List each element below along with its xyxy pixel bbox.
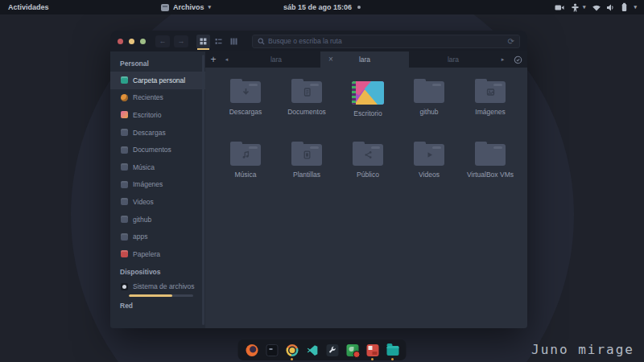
sidebar-item-label: Descargas xyxy=(133,129,166,137)
sidebar-item-carpeta-personal[interactable]: Carpeta personal xyxy=(110,72,205,89)
sidebar-item-label: Sistema de archivos xyxy=(133,282,195,290)
file-label: Música xyxy=(235,171,257,179)
activities-button[interactable]: Actividades xyxy=(8,3,49,11)
file-escritorio[interactable]: Escritorio xyxy=(337,76,398,138)
folder-images-icon xyxy=(475,81,506,103)
tab-lara-3[interactable]: lara xyxy=(409,51,497,68)
top-bar: Actividades Archivos ▾ sáb 15 de ago 15:… xyxy=(0,0,644,14)
column-view-icon xyxy=(230,38,237,45)
file-imagenes[interactable]: Imágenes xyxy=(460,76,521,138)
dock-terminal-icon[interactable] xyxy=(266,343,279,356)
sidebar-item-escritorio[interactable]: Escritorio xyxy=(110,106,205,124)
folder-documents-icon xyxy=(291,81,322,103)
accessibility-icon xyxy=(571,3,580,12)
content-pane: + ◂ lara × lara lara ▸ xyxy=(205,51,527,328)
sidebar-item-label: Carpeta personal xyxy=(133,76,185,84)
back-button[interactable]: ← xyxy=(155,35,170,47)
desktop-icon xyxy=(121,111,128,118)
file-github[interactable]: github xyxy=(398,76,460,138)
clock-button[interactable]: sáb 15 de ago 15:06 xyxy=(283,3,361,11)
folder-icon xyxy=(121,181,128,188)
tab-lara-2-active[interactable]: × lara xyxy=(320,51,409,68)
new-tab-button[interactable]: + xyxy=(205,51,221,68)
app-menu-button[interactable]: Archivos ▾ xyxy=(161,3,211,11)
dock-firefox-icon[interactable] xyxy=(246,343,258,356)
forward-button[interactable]: → xyxy=(174,35,188,47)
clock-label: sáb 15 de ago 15:06 xyxy=(283,3,352,11)
sidebar-item-imagenes[interactable]: Imágenes xyxy=(110,176,205,194)
home-folder-icon xyxy=(121,76,128,84)
sidebar-section-network: Red xyxy=(110,297,205,314)
file-musica[interactable]: Música xyxy=(215,138,276,201)
sidebar-item-label: Música xyxy=(133,163,155,171)
system-tray: ▾ ▾ xyxy=(555,2,637,12)
folder-plain-icon xyxy=(414,81,444,103)
folder-videos-icon xyxy=(414,144,444,166)
file-publico[interactable]: Público xyxy=(337,138,398,201)
dock-vscode-icon[interactable] xyxy=(306,343,319,356)
dock-green-app-icon[interactable] xyxy=(346,343,359,356)
file-manager-window: ← → xyxy=(110,31,527,328)
files-app-menu-icon xyxy=(161,4,169,11)
file-documentos[interactable]: Documentos xyxy=(276,76,337,138)
file-plantillas[interactable]: Plantillas xyxy=(276,138,337,201)
dock-tweaks-icon[interactable] xyxy=(326,343,339,356)
reload-button[interactable]: ⟳ xyxy=(508,37,514,46)
folder-icon xyxy=(121,216,128,223)
history-nav: ← → xyxy=(155,35,188,47)
sidebar-item-github[interactable]: github xyxy=(110,211,205,228)
disk-icon xyxy=(121,283,128,290)
notification-dot-icon xyxy=(357,6,361,9)
sidebar-item-papelera[interactable]: Papelera xyxy=(110,245,205,263)
sidebar-item-label: Papelera xyxy=(133,250,160,258)
dock-files-app-icon[interactable] xyxy=(386,343,399,356)
folder-icon xyxy=(121,198,128,205)
sidebar-item-apps[interactable]: apps xyxy=(110,228,205,245)
path-search-input[interactable]: Busque o escriba la ruta ⟳ xyxy=(252,35,520,48)
sidebar-item-videos[interactable]: Videos xyxy=(110,193,205,211)
column-view-button[interactable] xyxy=(227,35,241,48)
sidebar-item-label: Videos xyxy=(133,198,154,206)
screen-recorder-icon[interactable] xyxy=(555,3,564,12)
file-virtualbox-vms[interactable]: VirtualBox VMs xyxy=(460,138,521,201)
accessibility-menu[interactable]: ▾ xyxy=(571,3,586,12)
sidebar-item-label: Recientes xyxy=(133,93,163,101)
list-view-button[interactable] xyxy=(212,35,225,48)
folder-plain-icon xyxy=(475,144,506,166)
sidebar-item-documentos[interactable]: Documentos xyxy=(110,141,205,158)
file-videos[interactable]: Videos xyxy=(398,138,460,201)
maximize-button[interactable] xyxy=(140,39,146,44)
tab-lara-1[interactable]: lara xyxy=(232,51,320,68)
tab-scroll-right-icon[interactable]: ▸ xyxy=(497,51,508,68)
sidebar-item-label: Escritorio xyxy=(133,111,161,119)
sidebar-section-devices: Dispositivos xyxy=(110,263,205,280)
tab-menu-icon[interactable] xyxy=(508,51,527,68)
sidebar-item-sistema-de-archivos[interactable]: Sistema de archivos xyxy=(110,280,205,294)
dock-chrome-icon[interactable] xyxy=(286,343,299,356)
sidebar: Personal Carpeta personal Recientes Escr… xyxy=(110,51,205,328)
system-status-menu[interactable]: ▾ xyxy=(592,2,637,12)
sidebar-scrollbar[interactable] xyxy=(202,55,204,325)
tab-label: lara xyxy=(270,56,282,64)
tab-scroll-left-icon[interactable]: ◂ xyxy=(221,51,232,68)
file-label: Descargas xyxy=(229,109,262,117)
minimize-button[interactable] xyxy=(129,39,134,44)
search-placeholder: Busque o escriba la ruta xyxy=(268,37,342,45)
volume-icon xyxy=(606,3,615,12)
dock-screenshot-app-icon[interactable] xyxy=(366,343,379,356)
sidebar-item-musica[interactable]: Música xyxy=(110,158,205,176)
close-button[interactable] xyxy=(118,39,123,44)
sidebar-item-label: Documentos xyxy=(133,146,171,154)
grid-view-button[interactable] xyxy=(196,35,210,48)
sidebar-item-recientes[interactable]: Recientes xyxy=(110,89,205,107)
close-tab-icon[interactable]: × xyxy=(328,56,333,64)
chevron-down-icon: ▾ xyxy=(208,4,212,10)
file-descargas[interactable]: Descargas xyxy=(215,76,276,138)
folder-icon xyxy=(121,129,128,136)
sidebar-item-descargas[interactable]: Descargas xyxy=(110,124,205,142)
file-label: Público xyxy=(357,171,379,179)
app-menu-label: Archivos xyxy=(173,3,204,11)
wifi-icon xyxy=(592,3,601,12)
folder-icon xyxy=(121,163,128,171)
file-grid: Descargas Documentos xyxy=(205,68,527,328)
